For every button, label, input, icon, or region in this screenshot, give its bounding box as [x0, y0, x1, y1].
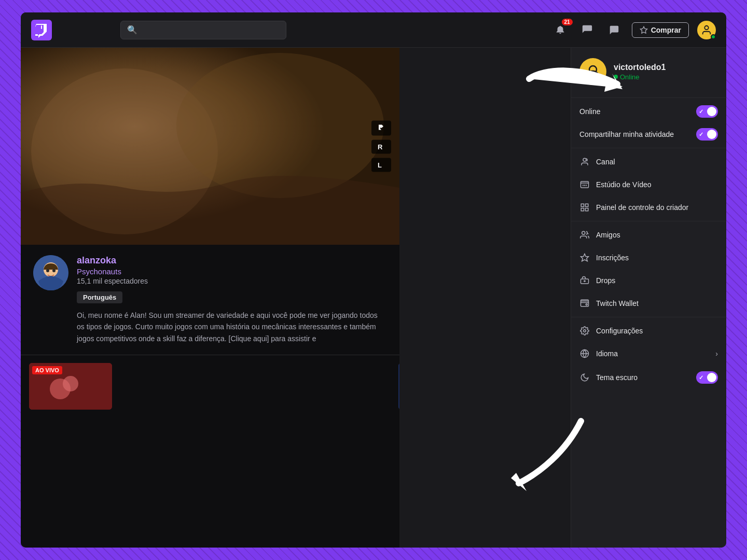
notifications-button[interactable]: 21 — [551, 21, 570, 39]
dropdown-username: victortoledo1 — [614, 63, 666, 72]
top-navigation: 🔍 21 — [21, 12, 726, 48]
canal-svg — [580, 157, 589, 166]
twitch-wallet-menu-item[interactable]: Twitch Wallet — [571, 292, 726, 315]
theme-icon — [579, 372, 590, 383]
language-menu-item[interactable]: Idioma › — [571, 342, 726, 365]
dark-theme-menu-item[interactable]: Tema escuro ✓ — [571, 365, 726, 390]
user-avatar-button[interactable] — [697, 21, 716, 39]
canal-label: Canal — [596, 158, 718, 166]
r-icon — [378, 124, 385, 131]
whispers-button[interactable] — [605, 21, 624, 39]
twitch-logo-icon — [31, 20, 52, 40]
gear-svg — [580, 326, 589, 335]
dark-theme-toggle[interactable]: ✓ — [696, 371, 718, 384]
language-tag[interactable]: Português — [77, 291, 122, 303]
streamer-name[interactable]: alanzoka — [77, 255, 387, 266]
share-activity-toggle-row: Compartilhar minha atividade ✓ — [571, 123, 726, 146]
browser-frame: 🔍 21 — [21, 12, 726, 548]
divider-3 — [571, 221, 726, 221]
video-studio-icon — [579, 179, 590, 190]
globe-svg — [580, 349, 589, 358]
dropdown-avatar — [579, 58, 606, 85]
dashboard-svg — [580, 203, 589, 212]
crown-icon — [640, 26, 648, 34]
svg-point-35 — [584, 330, 586, 332]
friends-label: Amigos — [596, 231, 718, 239]
language-chevron-icon: › — [715, 349, 718, 358]
svg-marker-3 — [640, 26, 647, 33]
message-icon — [582, 24, 593, 36]
svg-rect-23 — [581, 204, 584, 206]
canal-icon — [579, 157, 590, 167]
streamer-avatar — [33, 255, 68, 290]
subscriptions-menu-item[interactable]: Inscrições — [571, 246, 726, 269]
live-badge-1: AO VIVO — [32, 366, 62, 374]
svg-rect-2 — [44, 25, 45, 29]
twitch-wallet-label: Twitch Wallet — [596, 299, 718, 307]
friends-icon — [579, 230, 590, 240]
live-card-1[interactable]: AO VIVO — [29, 363, 112, 410]
comprar-button[interactable]: Comprar — [632, 22, 689, 38]
svg-point-13 — [63, 376, 78, 391]
canal-menu-item[interactable]: Canal — [571, 150, 726, 173]
user-avatar-icon — [701, 24, 712, 36]
settings-menu-item[interactable]: Configurações — [571, 319, 726, 342]
online-toggle-label: Online — [579, 107, 600, 116]
live-card-2[interactable]: AO V — [398, 363, 399, 410]
svg-point-27 — [582, 231, 585, 234]
live-card-img-2 — [398, 363, 399, 410]
drops-menu-item[interactable]: Drops — [571, 269, 726, 292]
svg-rect-24 — [586, 204, 588, 206]
streamer-avatar-img — [33, 255, 68, 290]
friends-svg — [580, 230, 589, 240]
stream-game[interactable]: Psychonauts — [77, 267, 387, 276]
dropdown-header: victortoledo1 Online — [571, 48, 726, 95]
creator-dashboard-menu-item[interactable]: Painel de controle do criador — [571, 196, 726, 219]
wallet-svg — [580, 299, 589, 308]
online-toggle-switch[interactable]: ✓ — [696, 105, 718, 118]
dark-theme-label: Tema escuro — [596, 373, 690, 382]
online-dot — [614, 75, 618, 79]
creator-dashboard-icon — [579, 202, 590, 213]
language-label: Idioma — [596, 349, 709, 358]
svg-point-9 — [46, 269, 49, 272]
stream-details: alanzoka Psychonauts 15,1 mil espectador… — [77, 255, 387, 344]
drops-icon — [579, 275, 590, 286]
wallet-icon — [579, 298, 590, 309]
divider-2 — [571, 148, 726, 148]
studio-svg — [580, 180, 589, 189]
video-studio-menu-item[interactable]: Estúdio de Vídeo — [571, 173, 726, 196]
control-r1 — [371, 121, 391, 136]
language-icon — [579, 348, 590, 359]
user-dropdown-menu: victortoledo1 Online Online ✓ Compartilh… — [571, 48, 726, 548]
share-activity-toggle-switch[interactable]: ✓ — [696, 128, 718, 141]
dropdown-avatar-icon — [584, 63, 602, 80]
settings-label: Configurações — [596, 327, 718, 335]
drops-svg — [580, 276, 589, 285]
friends-menu-item[interactable]: Amigos — [571, 223, 726, 246]
dropdown-status-line: Online — [614, 73, 666, 81]
subscriptions-icon — [579, 253, 590, 263]
svg-rect-1 — [41, 25, 42, 29]
messages-button[interactable] — [578, 21, 597, 39]
control-r2: R — [371, 140, 391, 154]
subscriptions-label: Inscrições — [596, 254, 718, 262]
comprar-label: Comprar — [651, 26, 681, 34]
creator-dashboard-label: Painel de controle do criador — [596, 203, 718, 212]
dropdown-user-info: victortoledo1 Online — [614, 63, 666, 81]
dropdown-status-text: Online — [620, 73, 640, 81]
search-icon: 🔍 — [127, 25, 137, 35]
svg-rect-25 — [581, 208, 584, 211]
svg-rect-0 — [31, 20, 52, 40]
svg-marker-29 — [581, 254, 589, 261]
moon-svg — [580, 373, 589, 382]
divider-1 — [571, 97, 726, 98]
stream-viewers: 15,1 mil espectadores — [77, 277, 387, 285]
search-bar[interactable]: 🔍 — [120, 21, 286, 39]
stream-panel: R L — [21, 48, 399, 548]
bell-icon — [555, 24, 566, 36]
stream-info: alanzoka Psychonauts 15,1 mil espectador… — [21, 245, 399, 355]
stream-video[interactable]: R L — [21, 48, 399, 245]
main-content: R L — [21, 48, 726, 548]
online-status-dot — [711, 34, 716, 39]
